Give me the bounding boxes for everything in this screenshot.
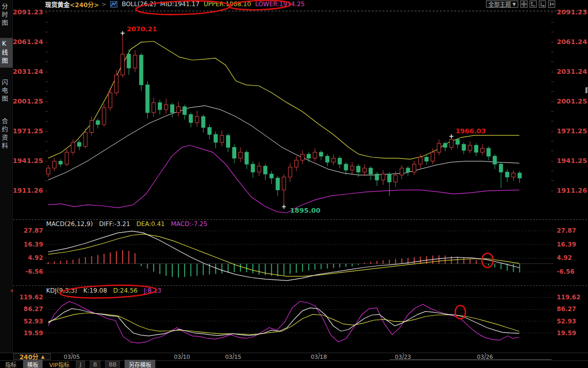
theme-dropdown-label: 全部主题: [489, 0, 511, 8]
boll-lower-value: LOWER:1914.25: [255, 1, 305, 8]
kdj-indicator-header: KDJ(9,3,3) K:19.08 D:24.56 J:8.13: [46, 287, 161, 294]
svg-text:-6.56: -6.56: [25, 268, 43, 275]
chart-type-sidebar: 分时图 K线图 闪电图 合约资料: [0, 0, 13, 353]
sidebar-item-flash-chart[interactable]: 闪电图: [0, 77, 13, 106]
kdj-panel: [48, 301, 519, 343]
svg-text:86.27: 86.27: [557, 305, 576, 313]
macd-diff-value: DIFF:-3.21: [99, 220, 130, 228]
toolbar-item-b[interactable]: B: [90, 361, 101, 368]
toolbar-item-save-template[interactable]: 另存模板: [125, 360, 155, 368]
svg-text:2061.24: 2061.24: [13, 38, 43, 46]
price-annotations: 2070.211966.031895.00: [120, 25, 486, 215]
boll-upper-value: UPPER:1968.10: [204, 1, 251, 8]
svg-text:27.87: 27.87: [557, 227, 576, 234]
svg-text:03/26: 03/26: [477, 354, 493, 360]
svg-text:16.39: 16.39: [557, 241, 576, 248]
macd-indicator-header: MACD(26,12,9) DIFF:-3.21 DEA:0.41 MACD:-…: [46, 220, 208, 228]
svg-text:19.59: 19.59: [557, 330, 576, 337]
sidebar-item-timeshare-chart[interactable]: 分时图: [0, 1, 13, 30]
svg-text:2001.25: 2001.25: [557, 97, 587, 105]
svg-text:52.93: 52.93: [24, 318, 43, 325]
svg-text:119.62: 119.62: [557, 294, 580, 301]
macd-macd-value: MACD:-7.25: [171, 220, 207, 228]
caret-icon: >: [102, 1, 106, 8]
svg-text:52.93: 52.93: [557, 318, 576, 325]
toolbar-item-bb[interactable]: BB: [105, 361, 120, 368]
sidebar-item-kline-chart[interactable]: K线图: [0, 38, 13, 68]
svg-text:1966.03: 1966.03: [456, 127, 486, 135]
toolbar-item-j[interactable]: J: [76, 361, 85, 368]
pan-icon: [521, 2, 526, 7]
svg-text:2070.21: 2070.21: [127, 25, 157, 33]
svg-text:2031.24: 2031.24: [13, 68, 43, 75]
svg-text:4.92: 4.92: [28, 254, 43, 261]
axis-zoom-horizontal-icon: [540, 2, 545, 7]
kdj-j-value: J:8.13: [144, 287, 161, 294]
alarm-icon[interactable]: ☀: [10, 288, 14, 294]
period-selector-button[interactable]: 240分 ▲: [13, 353, 51, 360]
toolbar-item-vip-indicators[interactable]: VIP指标: [47, 360, 71, 368]
right-scrollbar-thumb[interactable]: [585, 87, 587, 93]
chart-header: 现货黄金 <240分> > BOLL(26,2) MID:1941.17 UPP…: [45, 1, 305, 8]
svg-text:1895.00: 1895.00: [290, 207, 320, 214]
svg-text:16.39: 16.39: [24, 241, 43, 248]
svg-text:03/10: 03/10: [174, 354, 190, 360]
boll-settings-label: BOLL(26,2): [121, 1, 156, 8]
svg-text:4.92: 4.92: [557, 254, 572, 261]
chevron-up-icon: ▲: [41, 354, 45, 359]
svg-text:2091.23: 2091.23: [557, 8, 587, 16]
axis-zoom-vertical-icon: [531, 2, 536, 7]
toolbar-item-template[interactable]: 模板: [23, 360, 43, 368]
chart-toolbar-top-right: 全部主题 ▼: [486, 1, 555, 8]
pan-tool-button[interactable]: [520, 1, 528, 8]
svg-text:03/15: 03/15: [225, 354, 241, 360]
shift-right-button[interactable]: [548, 1, 555, 8]
svg-text:2091.23: 2091.23: [13, 8, 43, 16]
trading-app-window: 2091.232091.232061.242061.242031.242031.…: [0, 0, 588, 368]
svg-text:19.59: 19.59: [24, 330, 43, 337]
svg-text:2061.24: 2061.24: [557, 38, 587, 46]
svg-text:86.27: 86.27: [24, 305, 43, 313]
chart-type-icon: [110, 1, 117, 8]
svg-text:2031.24: 2031.24: [557, 68, 587, 75]
kdj-k-value: K:19.08: [84, 287, 107, 294]
svg-text:119.62: 119.62: [19, 294, 43, 301]
shift-right-icon: [549, 2, 554, 7]
symbol-title: 现货黄金: [45, 0, 70, 9]
chevron-down-icon: ▼: [513, 2, 516, 7]
svg-text:2001.25: 2001.25: [13, 97, 43, 105]
boll-mid-value: MID:1941.17: [160, 1, 199, 8]
axis-zoom-vertical-button[interactable]: [530, 1, 537, 8]
svg-text:1971.25: 1971.25: [557, 127, 587, 135]
grid-lines: [0, 11, 588, 360]
svg-text:1971.25: 1971.25: [13, 127, 43, 135]
chart-canvas[interactable]: 2091.232091.232061.242061.242031.242031.…: [0, 0, 588, 368]
svg-text:1911.26: 1911.26: [557, 187, 587, 194]
svg-text:03/18: 03/18: [311, 354, 327, 360]
svg-text:1941.25: 1941.25: [13, 157, 43, 165]
macd-panel: [48, 231, 520, 280]
svg-text:03/05: 03/05: [64, 354, 80, 360]
svg-text:1911.26: 1911.26: [13, 187, 43, 194]
period-label: <240分>: [70, 0, 99, 9]
candles-group: [47, 33, 522, 207]
sidebar-item-contract-info[interactable]: 合约资料: [0, 116, 13, 153]
axis-zoom-horizontal-button[interactable]: [539, 1, 546, 8]
kdj-d-value: D:24.56: [113, 287, 138, 294]
bottom-toolbar: 指标 模板 VIP指标 J B BB 另存模板: [3, 361, 155, 368]
macd-settings-label: MACD(26,12,9): [46, 220, 93, 228]
svg-text:27.87: 27.87: [24, 227, 43, 234]
kdj-settings-label: KDJ(9,3,3): [46, 287, 77, 294]
svg-text:1941.25: 1941.25: [557, 157, 587, 165]
svg-text:-6.56: -6.56: [557, 268, 575, 275]
svg-text:03/23: 03/23: [395, 354, 411, 360]
toolbar-item-indicators[interactable]: 指标: [3, 360, 18, 368]
macd-dea-value: DEA:0.41: [136, 220, 165, 228]
theme-dropdown[interactable]: 全部主题 ▼: [486, 1, 518, 8]
